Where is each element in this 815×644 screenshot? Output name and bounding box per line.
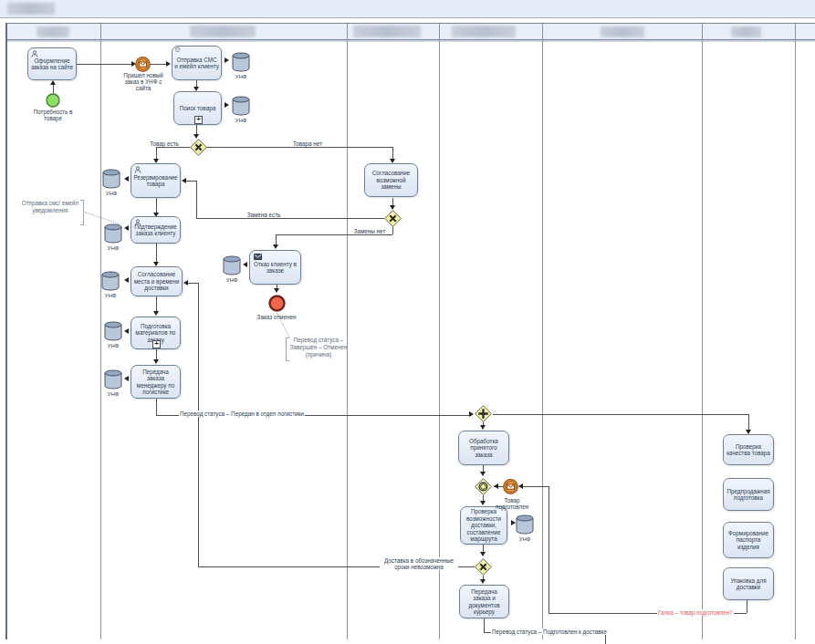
arrowhead [469,411,474,417]
flow-line [276,234,392,235]
lane-divider-3 [439,23,440,639]
database-icon[interactable] [104,223,122,244]
flow-line [198,283,199,566]
arrowhead [480,425,486,430]
annotation-status-cancelled: Перевод статуса – Завершён – Отменен (пр… [289,337,348,358]
task-process-order[interactable]: Обработка принятого заказа [458,431,509,465]
database-icon[interactable] [104,321,122,341]
lane-3-title-redacted [353,26,421,37]
database-label: УНФ [99,245,128,251]
subprocess-plus-icon: + [194,116,203,124]
arrowhead [183,280,188,286]
task-label: Оформление заказа на сайте [30,57,74,71]
gateway-event-based[interactable] [475,478,492,495]
edge-label-status-ready-delivery: Перевод статуса – Подготовлен к доставке [491,628,608,635]
task-label: Проверка возможности доставки, составлен… [463,508,505,542]
lane-5-title-redacted [601,26,644,37]
flow-line [276,234,277,244]
flow-line [196,181,197,218]
flow-line [156,198,157,213]
gateway-replacement[interactable] [384,210,402,227]
task-label: Упаковка для доставки [726,577,771,591]
task-label: Передача заказа менеджеру по логистике [133,369,178,396]
task-passport[interactable]: Формирование паспорта изделия [723,522,774,558]
flow-line [156,296,157,312]
database-icon[interactable] [101,271,120,291]
pool-title-redacted [7,3,55,15]
database-icon[interactable] [232,96,250,116]
task-reserve[interactable]: Резервирование товара [131,163,181,198]
flow-line [150,64,167,65]
task-handover-courier[interactable]: Передача заказа и документов курьеру [459,585,509,618]
flow-line [549,486,549,613]
user-task-icon [134,219,141,226]
message-event-item-ready[interactable] [503,479,518,494]
task-agree-place[interactable]: Согласование места и времени доставки [131,266,183,296]
arrowhead [243,262,247,267]
task-presale-prep[interactable]: Предпродажная подготовка [723,478,774,511]
database-icon[interactable] [223,255,241,275]
task-label: Поиск товара [180,105,215,111]
flow-line [156,244,157,263]
task-send-sms[interactable]: ⚙ Отправка СМС и емейл клиенту [172,46,222,80]
database-icon[interactable] [102,169,120,189]
task-confirm[interactable]: Подтверждение заказа клиенту [131,216,181,244]
database-label: УНФ [226,118,256,123]
task-packaging[interactable]: Упаковка для доставки [723,567,774,600]
lane-4-title-redacted [452,26,516,37]
task-label: Согласование места и времени доставки [133,271,180,291]
task-checkout[interactable]: Оформление заказа на сайте [27,47,77,80]
flow-line [196,218,384,219]
flow-line [484,618,485,632]
user-task-icon [134,166,141,173]
arrowhead [274,288,279,293]
flow-line [747,600,747,613]
user-task-icon [31,50,38,57]
pool-header-band [0,0,815,18]
send-message-icon [254,254,262,260]
task-handover-logistics[interactable]: Передача заказа менеджеру по логистике [131,365,181,399]
database-label: УНФ [217,277,246,283]
annotation-bracket [80,200,84,225]
task-label: Обработка принятого заказа [461,438,507,458]
flow-line [483,465,484,472]
arrowhead [480,501,486,505]
database-label: УНФ [510,536,539,542]
gateway-delivery-feasible[interactable] [475,558,492,576]
task-label: Согласование возможной замены [367,170,415,190]
task-label: Передача заказа и документов курьеру [462,588,507,616]
task-check-delivery[interactable]: Проверка возможности доставки, составлен… [460,506,507,545]
start-event-label: Потребность в товаре [30,109,76,121]
lane-header-shadow [5,40,815,42]
arrowhead [166,61,171,67]
task-agree-replacement[interactable]: Согласование возможной замены [364,163,418,197]
gateway-parallel-join[interactable] [475,405,492,422]
database-label: УНФ [96,293,125,298]
task-refuse[interactable]: Отказ клиенту в заказе [249,250,301,285]
lane-6-title-redacted [731,26,761,37]
task-quality-check[interactable]: Проверка качества товара [723,434,774,465]
flow-line [186,181,196,182]
subprocess-plus-icon: + [152,340,161,348]
annotation-bracket [286,338,289,361]
database-icon[interactable] [516,514,534,535]
bpmn-diagram: Оформление заказа на сайте ⚙ Отправка СМ… [0,0,815,644]
gateway-item-available[interactable] [190,139,207,156]
arrowhead [124,328,129,334]
database-icon[interactable] [232,52,250,72]
arrowhead [480,579,486,584]
lane-divider-2 [347,23,348,639]
start-event[interactable] [46,93,60,108]
database-icon[interactable] [104,369,122,390]
message-event-new-order[interactable] [135,57,151,72]
task-search-item[interactable]: Поиск товара + [173,91,222,125]
lane-divider-1 [100,23,101,639]
database-label: УНФ [226,74,256,79]
edge-label-replacement-no: Замены нет [349,228,391,234]
task-prep-materials[interactable]: Подготовка материалов по заказу + [131,317,181,349]
end-event-label: Заказ отменен [254,314,299,320]
end-event-cancelled[interactable] [268,295,286,312]
pool-left-border [5,23,7,639]
flow-line [748,414,749,430]
message-event-label: Товар подготовлен [496,497,528,510]
